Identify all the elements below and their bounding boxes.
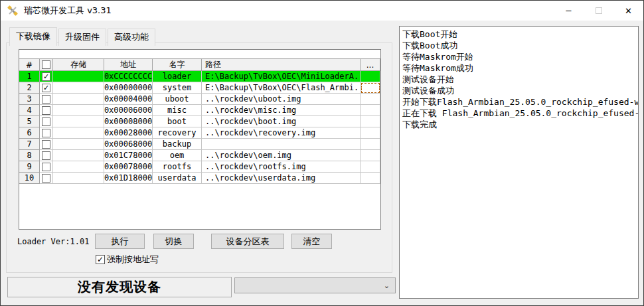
row-browse-cell[interactable] (361, 173, 380, 184)
partition-grid[interactable]: # 存储 地址 名字 路径 ... 1 ✓ 0xCCCCCCCC loader … (19, 49, 381, 230)
table-row[interactable]: 9 0x00078000 rootfs ..\rockdev\rootfs.im… (19, 161, 380, 173)
row-path-cell[interactable]: ..\rockdev\boot.img (202, 116, 361, 127)
row-checkbox-cell[interactable] (40, 116, 53, 127)
row-storage-cell[interactable] (53, 139, 104, 150)
row-address-cell[interactable]: 0xCCCCCCCC (104, 71, 153, 82)
row-name-cell[interactable]: system (153, 82, 202, 94)
row-browse-cell[interactable] (361, 71, 380, 82)
row-storage-cell[interactable] (53, 150, 104, 161)
row-checkbox[interactable] (42, 106, 50, 115)
tab-upgrade-firmware[interactable]: 升级固件 (58, 29, 106, 46)
row-checkbox-cell[interactable] (40, 139, 53, 150)
row-index-cell[interactable]: 5 (19, 116, 40, 127)
column-header-index[interactable]: # (19, 58, 40, 71)
column-header-path[interactable]: 路径 (202, 58, 361, 71)
row-path-cell[interactable]: ..\rockdev\misc.img (202, 105, 361, 116)
row-checkbox-cell[interactable] (40, 173, 53, 184)
column-header-storage[interactable]: 存储 (53, 58, 104, 71)
row-checkbox[interactable] (42, 151, 50, 160)
row-name-cell[interactable]: oem (153, 150, 202, 161)
row-checkbox[interactable] (42, 174, 50, 183)
header-checkbox-icon[interactable] (42, 60, 50, 69)
table-row[interactable]: 3 0x00004000 uboot ..\rockdev\uboot.img (19, 94, 380, 105)
row-name-cell[interactable]: uboot (153, 94, 202, 105)
row-name-cell[interactable]: recovery (153, 127, 202, 139)
row-index-cell[interactable]: 10 (19, 173, 40, 184)
tab-advanced-functions[interactable]: 高级功能 (108, 29, 155, 46)
row-address-cell[interactable]: 0x01C78000 (104, 150, 153, 161)
row-checkbox[interactable]: ✓ (42, 84, 50, 92)
row-path-cell[interactable]: ..\rockdev\uboot.img (202, 94, 361, 105)
row-browse-cell[interactable] (361, 161, 380, 173)
row-index-cell[interactable]: 2 (19, 82, 40, 94)
row-address-cell[interactable]: 0x00028000 (104, 127, 153, 139)
row-browse-cell[interactable] (361, 150, 380, 161)
row-name-cell[interactable]: userdata (153, 173, 202, 184)
row-name-cell[interactable]: misc (153, 105, 202, 116)
row-browse-cell[interactable] (361, 139, 380, 150)
row-address-cell[interactable]: 0x00078000 (104, 161, 153, 173)
row-address-cell[interactable]: 0x00008000 (104, 116, 153, 127)
row-index-cell[interactable]: 1 (19, 71, 40, 82)
row-storage-cell[interactable] (53, 127, 104, 139)
row-checkbox[interactable] (42, 117, 50, 126)
row-index-cell[interactable]: 4 (19, 105, 40, 116)
force-write-checkbox[interactable]: ✓ (96, 255, 105, 264)
row-checkbox[interactable]: ✓ (42, 72, 50, 81)
row-checkbox[interactable] (42, 140, 50, 149)
row-index-cell[interactable]: 6 (19, 127, 40, 139)
row-checkbox[interactable] (42, 163, 50, 171)
column-header-address[interactable]: 地址 (104, 58, 153, 71)
partition-table-button[interactable]: 设备分区表 (211, 234, 284, 249)
row-browse-cell[interactable] (361, 94, 380, 105)
row-address-cell[interactable]: 0x00000000 (104, 82, 153, 94)
switch-button[interactable]: 切换 (153, 234, 194, 249)
clear-button[interactable]: 清空 (291, 234, 332, 249)
table-row[interactable]: 7 0x00068000 backup (19, 139, 380, 150)
row-checkbox-cell[interactable] (40, 94, 53, 105)
minimize-button[interactable]: ─ (554, 1, 584, 21)
row-checkbox-cell[interactable] (40, 127, 53, 139)
column-header-checkbox[interactable] (40, 58, 53, 71)
row-index-cell[interactable]: 7 (19, 139, 40, 150)
row-storage-cell[interactable] (53, 94, 104, 105)
execute-button[interactable]: 执行 (95, 234, 145, 249)
tab-download-image[interactable]: 下载镜像 (9, 27, 57, 46)
row-path-cell[interactable] (202, 139, 361, 150)
row-name-cell[interactable]: rootfs (153, 161, 202, 173)
row-path-cell[interactable]: ..\rockdev\userdata.img (202, 173, 361, 184)
row-browse-cell[interactable] (361, 116, 380, 127)
row-checkbox-cell[interactable]: ✓ (40, 71, 53, 82)
row-checkbox-cell[interactable] (40, 161, 53, 173)
row-checkbox[interactable] (42, 129, 50, 137)
row-storage-cell[interactable] (53, 71, 104, 82)
row-storage-cell[interactable] (53, 173, 104, 184)
row-checkbox-cell[interactable] (40, 105, 53, 116)
row-path-cell[interactable]: E:\Backup\TvBox\OEC\MiniLoaderA... (202, 71, 361, 82)
table-row[interactable]: 2 ✓ 0x00000000 system E:\Backup\TvBox\OE… (19, 82, 380, 94)
row-storage-cell[interactable] (53, 116, 104, 127)
table-row[interactable]: 5 0x00008000 boot ..\rockdev\boot.img (19, 116, 380, 127)
row-index-cell[interactable]: 8 (19, 150, 40, 161)
row-address-cell[interactable]: 0x00006000 (104, 105, 153, 116)
row-path-cell[interactable]: E:\Backup\TvBox\OEC\Flash_Armbi... (202, 82, 361, 94)
maximize-button[interactable] (584, 1, 613, 21)
table-row[interactable]: 10 0x01D18000 userdata ..\rockdev\userda… (19, 173, 380, 184)
row-name-cell[interactable]: backup (153, 139, 202, 150)
row-path-cell[interactable]: ..\rockdev\rootfs.img (202, 161, 361, 173)
row-browse-cell[interactable] (361, 127, 380, 139)
row-path-cell[interactable]: ..\rockdev\recovery.img (202, 127, 361, 139)
row-address-cell[interactable]: 0x00004000 (104, 94, 153, 105)
row-address-cell[interactable]: 0x01D18000 (104, 173, 153, 184)
row-checkbox-cell[interactable] (40, 150, 53, 161)
row-storage-cell[interactable] (53, 105, 104, 116)
row-name-cell[interactable]: boot (153, 116, 202, 127)
row-name-cell[interactable]: loader (153, 71, 202, 82)
row-checkbox[interactable] (42, 95, 50, 104)
row-path-cell[interactable]: ..\rockdev\oem.img (202, 150, 361, 161)
row-checkbox-cell[interactable]: ✓ (40, 82, 53, 94)
table-row[interactable]: 6 0x00028000 recovery ..\rockdev\recover… (19, 127, 380, 139)
row-address-cell[interactable]: 0x00068000 (104, 139, 153, 150)
row-storage-cell[interactable] (53, 161, 104, 173)
device-select-dropdown[interactable]: ⌄ (234, 277, 396, 293)
